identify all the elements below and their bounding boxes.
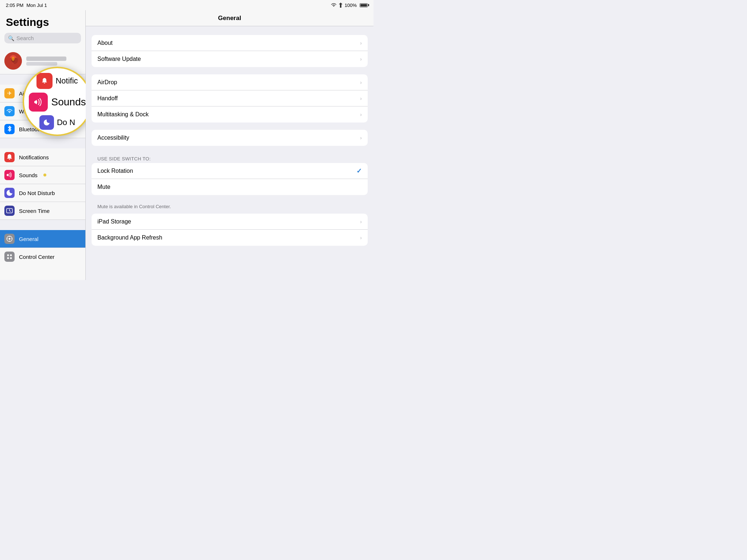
settings-row-airdrop[interactable]: AirDrop › <box>92 74 368 90</box>
sounds-icon <box>4 170 15 180</box>
svg-point-19 <box>7 257 9 259</box>
svg-point-5 <box>12 57 15 61</box>
about-chevron: › <box>360 40 362 46</box>
sidebar-divider-3 <box>0 220 85 230</box>
bluetooth-icon <box>4 124 15 134</box>
ipad-storage-chevron: › <box>360 219 362 225</box>
settings-group-4: Lock Rotation ✓ Mute <box>92 163 368 195</box>
side-switch-section: USE SIDE SWITCH TO: Lock Rotation ✓ Mute… <box>92 153 368 214</box>
handoff-chevron: › <box>360 96 362 101</box>
do-not-disturb-icon <box>4 188 15 198</box>
panel-header: General <box>86 10 374 26</box>
sidebar: Settings 🔍 Search <box>0 10 86 280</box>
settings-group-2: AirDrop › Handoff › Multitasking & Dock … <box>92 74 368 122</box>
sidebar-item-wifi[interactable]: Wi-Fi <box>0 102 85 120</box>
profile-sub <box>26 62 57 66</box>
search-placeholder: Search <box>16 35 34 41</box>
lock-rotation-check: ✓ <box>356 167 362 175</box>
settings-row-ipad-storage[interactable]: iPad Storage › <box>92 214 368 230</box>
sidebar-item-sounds[interactable]: Sounds <box>0 166 85 184</box>
accessibility-chevron: › <box>360 135 362 141</box>
background-refresh-chevron: › <box>360 235 362 241</box>
profile-name <box>26 57 66 61</box>
settings-row-software-update[interactable]: Software Update › <box>92 51 368 67</box>
ipad-storage-label: iPad Storage <box>97 218 360 225</box>
software-update-label: Software Update <box>97 56 360 62</box>
svg-point-12 <box>9 238 11 240</box>
svg-rect-7 <box>7 175 9 176</box>
airdrop-chevron: › <box>360 79 362 85</box>
side-switch-header: USE SIDE SWITCH TO: <box>92 153 368 163</box>
svg-point-17 <box>7 254 9 256</box>
status-bar-left: 2:05 PM Mon Jul 1 <box>6 3 47 8</box>
background-refresh-label: Background App Refresh <box>97 234 360 241</box>
settings-row-lock-rotation[interactable]: Lock Rotation ✓ <box>92 163 368 179</box>
accessibility-label: Accessibility <box>97 135 360 141</box>
settings-group-3: Accessibility › <box>92 130 368 146</box>
sidebar-item-screen-time[interactable]: Screen Time <box>0 202 85 220</box>
multitasking-label: Multitasking & Dock <box>97 111 360 118</box>
status-bar: 2:05 PM Mon Jul 1 100% <box>0 0 374 10</box>
settings-row-background-refresh[interactable]: Background App Refresh › <box>92 230 368 246</box>
sidebar-divider-2 <box>0 138 85 148</box>
about-label: About <box>97 40 360 46</box>
settings-group-5: iPad Storage › Background App Refresh › <box>92 214 368 246</box>
wifi-label: Wi-Fi <box>19 108 32 114</box>
sounds-label: Sounds <box>19 172 38 178</box>
sidebar-divider <box>0 74 85 85</box>
location-icon <box>339 3 342 8</box>
sidebar-item-control-center[interactable]: Control Center <box>0 248 85 265</box>
mute-label: Mute <box>97 184 362 190</box>
right-panel: General About › Software Update › AirDro… <box>86 10 374 280</box>
profile-avatar <box>4 52 22 70</box>
sidebar-item-airplane-mode[interactable]: ✈ Airplane Mode <box>0 85 85 102</box>
battery-percent: 100% <box>345 3 357 8</box>
status-bar-right: 100% <box>331 3 368 8</box>
control-center-label: Control Center <box>19 254 55 260</box>
handoff-label: Handoff <box>97 95 360 102</box>
sidebar-item-do-not-disturb[interactable]: Do Not Disturb <box>0 184 85 202</box>
settings-row-accessibility[interactable]: Accessibility › <box>92 130 368 146</box>
notifications-label: Notifications <box>19 154 49 160</box>
wifi-settings-icon <box>4 106 15 116</box>
svg-point-18 <box>10 254 12 256</box>
notifications-icon <box>4 152 15 162</box>
sidebar-item-notifications[interactable]: Notifications <box>0 148 85 166</box>
mute-footer: Mute is available in Control Center. <box>92 202 368 214</box>
sidebar-profile[interactable] <box>0 48 85 74</box>
settings-row-multitasking[interactable]: Multitasking & Dock › <box>92 106 368 122</box>
battery-icon <box>360 3 368 7</box>
multitasking-chevron: › <box>360 112 362 117</box>
airplane-mode-icon: ✈ <box>4 88 15 98</box>
do-not-disturb-label: Do Not Disturb <box>19 190 55 196</box>
general-label: General <box>19 236 38 242</box>
sounds-indicator <box>43 174 46 176</box>
airdrop-label: AirDrop <box>97 79 360 86</box>
profile-info <box>26 57 66 66</box>
search-bar[interactable]: 🔍 Search <box>4 33 81 43</box>
settings-row-handoff[interactable]: Handoff › <box>92 90 368 106</box>
settings-row-mute[interactable]: Mute <box>92 179 368 195</box>
screen-time-label: Screen Time <box>19 208 50 214</box>
svg-point-20 <box>10 257 12 259</box>
software-update-chevron: › <box>360 56 362 62</box>
sidebar-item-general[interactable]: General <box>0 230 85 248</box>
panel-title: General <box>218 15 241 22</box>
lock-rotation-label: Lock Rotation <box>97 168 356 174</box>
airplane-mode-label: Airplane Mode <box>19 90 54 97</box>
settings-group-1: About › Software Update › <box>92 35 368 67</box>
wifi-icon <box>331 3 337 7</box>
settings-row-about[interactable]: About › <box>92 35 368 51</box>
panel-content: About › Software Update › AirDrop › Hand… <box>86 26 374 262</box>
screen-time-icon <box>4 206 15 216</box>
search-icon: 🔍 <box>8 35 14 41</box>
main-layout: Settings 🔍 Search <box>0 10 374 280</box>
control-center-icon <box>4 252 15 262</box>
status-date: Mon Jul 1 <box>26 3 47 8</box>
general-icon <box>4 234 15 244</box>
bluetooth-label: Bluetooth <box>19 126 42 132</box>
svg-line-10 <box>9 211 11 211</box>
status-time: 2:05 PM <box>6 3 23 8</box>
sidebar-item-bluetooth[interactable]: Bluetooth <box>0 120 85 138</box>
settings-title: Settings <box>0 10 85 33</box>
